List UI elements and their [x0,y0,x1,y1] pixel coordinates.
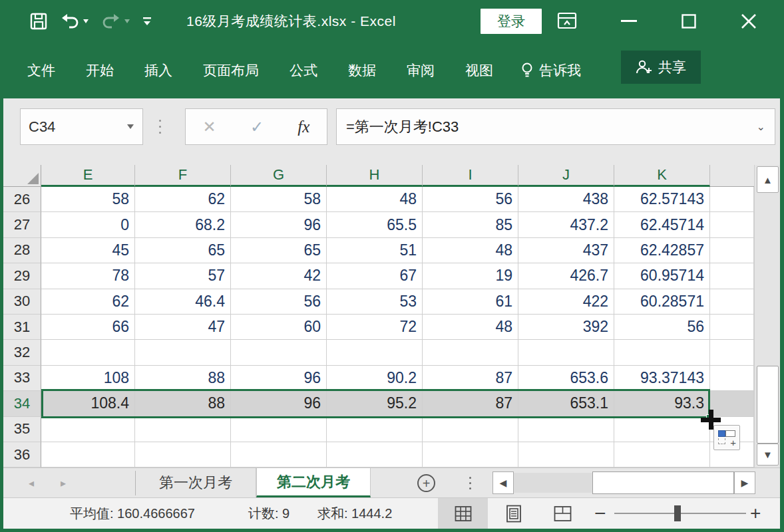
cell[interactable] [710,212,754,237]
cell[interactable]: 56 [614,315,710,340]
row-header[interactable]: 36 [3,442,41,467]
cell[interactable]: 62.42857 [614,238,710,263]
row-header[interactable]: 27 [3,212,41,237]
row-header[interactable]: 34 [3,391,41,416]
cell[interactable] [41,442,135,467]
cell[interactable] [423,340,518,365]
horizontal-scroll-thumb[interactable] [592,471,734,494]
expand-formula-bar-icon[interactable]: ⌄ [757,120,765,133]
cell[interactable]: 87 [423,391,518,416]
tell-me-box[interactable]: 告诉我 [508,61,593,80]
login-button[interactable]: 登录 [481,9,542,34]
row-header[interactable]: 29 [3,263,41,289]
cell[interactable]: 0 [41,212,135,237]
cell[interactable]: 62 [135,187,231,212]
scroll-right-icon[interactable]: ▶ [734,471,755,494]
cancel-icon[interactable]: ✕ [203,118,216,136]
cell[interactable]: 62.57143 [614,187,710,212]
cell[interactable] [231,442,327,467]
cell[interactable]: 48 [423,315,518,340]
cell[interactable]: 46.4 [135,289,231,315]
cell[interactable] [710,315,754,340]
cell[interactable]: 392 [518,315,614,340]
cell[interactable]: 65 [231,238,327,263]
cell[interactable]: 426.7 [518,263,614,289]
cell[interactable]: 19 [423,263,518,289]
cell[interactable]: 96 [231,212,327,237]
minimize-button[interactable] [606,0,652,43]
cell[interactable]: 56 [423,187,518,212]
zoom-out-button[interactable]: − [594,498,606,529]
cell[interactable] [710,289,754,315]
page-break-preview-button[interactable] [542,498,582,529]
cell[interactable]: 62 [41,289,135,315]
column-header-partial[interactable] [710,165,754,187]
sheet-prev-icon[interactable]: ◂ [29,477,34,489]
tab-file[interactable]: 文件 [12,61,71,80]
cell[interactable]: 96 [231,366,327,391]
vertical-scrollbar[interactable]: ▲ ▼ [754,165,780,467]
cell[interactable]: 45 [41,238,135,263]
formula-input[interactable]: =第一次月考!C33 ⌄ [336,108,775,145]
sheet-tab-first[interactable]: 第一次月考 [136,468,256,497]
cell[interactable] [423,417,518,442]
row-header[interactable]: 32 [3,340,41,365]
cell[interactable] [614,442,710,467]
select-all-corner[interactable] [3,165,41,187]
tab-data[interactable]: 数据 [333,61,391,80]
cell[interactable]: 51 [327,238,423,263]
cell[interactable] [231,340,327,365]
column-header-K[interactable]: K [614,165,710,187]
tab-home[interactable]: 开始 [71,61,129,80]
cell[interactable]: 653.6 [518,366,614,391]
row-header[interactable]: 28 [3,238,41,263]
cell[interactable]: 53 [327,289,423,315]
cell[interactable]: 437 [518,238,614,263]
tab-review[interactable]: 审阅 [391,61,450,80]
cell[interactable]: 87 [423,366,518,391]
row-header[interactable]: 30 [3,289,41,315]
cell[interactable]: 95.2 [327,391,423,416]
tab-view[interactable]: 视图 [450,61,508,80]
cell[interactable]: 78 [41,263,135,289]
column-header-I[interactable]: I [423,165,518,187]
vertical-scroll-thumb[interactable] [757,366,779,444]
cell[interactable]: 42 [231,263,327,289]
cell[interactable]: 62.45714 [614,212,710,237]
cell[interactable]: 88 [135,391,231,416]
cell[interactable]: 60.95714 [614,263,710,289]
enter-icon[interactable]: ✓ [250,118,264,136]
share-button[interactable]: 共享 [621,51,701,84]
tab-page-layout[interactable]: 页面布局 [188,61,274,80]
cell[interactable] [135,442,231,467]
column-header-J[interactable]: J [518,165,614,187]
cell[interactable]: 93.3 [614,391,710,416]
cell[interactable]: 66 [41,315,135,340]
sheet-tab-second-active[interactable]: 第二次月考 [256,468,371,497]
cell[interactable] [327,442,423,467]
scroll-up-icon[interactable]: ▲ [757,166,779,193]
cell[interactable] [423,442,518,467]
customize-toolbar-icon[interactable] [142,17,152,26]
cell[interactable] [710,340,754,365]
cell[interactable]: 48 [327,187,423,212]
cell[interactable]: 108.4 [41,391,135,416]
zoom-slider-thumb[interactable] [674,505,681,521]
close-button[interactable] [725,0,772,43]
cell[interactable]: 90.2 [327,366,423,391]
cell[interactable]: 60 [231,315,327,340]
cell[interactable] [614,417,710,442]
new-sheet-button[interactable]: + [417,474,435,492]
cell[interactable]: 47 [135,315,231,340]
maximize-button[interactable] [666,0,712,43]
cell[interactable]: 653.1 [518,391,614,416]
tab-formulas[interactable]: 公式 [274,61,333,80]
ribbon-display-options-icon[interactable] [556,11,578,31]
cell[interactable] [518,340,614,365]
cell[interactable] [327,417,423,442]
chevron-down-icon[interactable] [126,124,134,130]
cell[interactable] [231,417,327,442]
cell[interactable] [710,238,754,263]
row-header[interactable]: 26 [3,187,41,212]
cell[interactable]: 67 [327,263,423,289]
